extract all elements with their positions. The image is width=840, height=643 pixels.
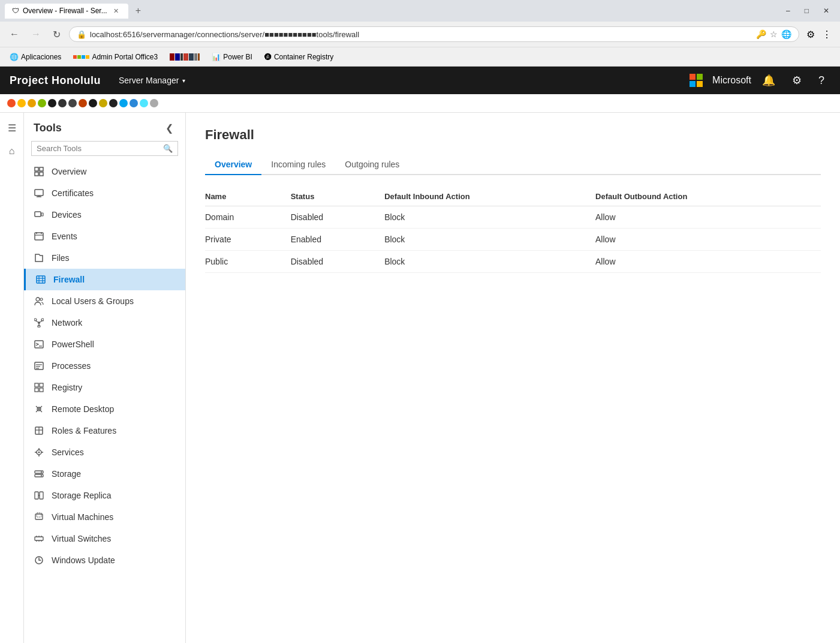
bookmark-container-registry[interactable]: 🅐 Container Registry: [261, 52, 337, 62]
svg-rect-2: [35, 172, 38, 176]
tools-header: Tools ❮: [24, 113, 185, 141]
svg-rect-53: [35, 492, 38, 499]
app-logo: Project Honolulu: [10, 74, 101, 87]
sidebar-item-firewall[interactable]: Firewall: [24, 269, 185, 290]
sidebar-item-processes[interactable]: Processes: [24, 355, 185, 377]
collapse-panel-icon[interactable]: ❮: [163, 120, 176, 136]
close-button[interactable]: ✕: [817, 4, 835, 17]
refresh-button[interactable]: ↻: [49, 26, 64, 43]
table-row[interactable]: Private Enabled Block Allow: [205, 229, 821, 251]
sidebar-item-label: Local Users & Groups: [52, 296, 134, 306]
sidebar-item-storage-replica[interactable]: Storage Replica: [24, 485, 185, 506]
cell-name: Domain: [205, 206, 291, 229]
extension-icon[interactable]: 🌐: [781, 29, 791, 39]
cell-status: Enabled: [291, 229, 384, 251]
windows-update-icon: [34, 555, 44, 566]
sidebar-item-services[interactable]: Services: [24, 441, 185, 463]
sidebar-item-roles-features[interactable]: Roles & Features: [24, 420, 185, 441]
back-button[interactable]: ←: [6, 26, 23, 42]
settings-icon[interactable]: ⚙: [786, 70, 808, 91]
sidebar-item-label: Overview: [52, 167, 86, 176]
address-bar[interactable]: 🔒 🔑 ☆ 🌐: [69, 26, 799, 42]
color-dot-13: [130, 99, 138, 107]
main-layout: ☰ ⌂ Tools ❮ 🔍 Overview: [0, 113, 840, 643]
new-tab-button[interactable]: +: [131, 3, 146, 19]
cell-status: Disabled: [291, 206, 384, 229]
tab-outgoing-rules[interactable]: Outgoing rules: [335, 155, 409, 175]
svg-point-20: [38, 322, 40, 324]
chevron-down-icon: ▾: [182, 77, 185, 84]
sidebar-item-registry[interactable]: Registry: [24, 377, 185, 398]
bookmark-icon[interactable]: ☆: [770, 29, 778, 39]
svg-rect-8: [41, 213, 43, 216]
sidebar-item-network[interactable]: Network: [24, 312, 185, 333]
tab-favicon: 🛡: [12, 7, 19, 15]
page-title: Firewall: [205, 127, 821, 143]
sidebar-item-label: Certificates: [52, 188, 94, 198]
sidebar-item-powershell[interactable]: PowerShell: [24, 333, 185, 355]
maximize-button[interactable]: □: [799, 4, 815, 17]
virtual-machines-icon: [34, 512, 44, 522]
bookmark-admin-portal[interactable]: Admin Portal Office3: [70, 52, 161, 62]
sidebar-item-certificates[interactable]: Certificates: [24, 182, 185, 204]
svg-point-18: [36, 298, 40, 301]
browser-tab[interactable]: 🛡 Overview - Firewall - Ser... ✕: [5, 4, 128, 19]
svg-point-52: [41, 475, 42, 476]
menu-icon[interactable]: ⋮: [820, 26, 834, 43]
bookmark-favicon: 🌐: [10, 53, 19, 61]
tab-incoming-rules[interactable]: Incoming rules: [261, 155, 335, 175]
hamburger-menu-icon[interactable]: ☰: [3, 118, 21, 139]
sidebar-item-remote-desktop[interactable]: Remote Desktop: [24, 398, 185, 420]
sidebar-item-label: Files: [52, 253, 70, 263]
devices-icon: [34, 209, 44, 220]
color-dot-7: [68, 99, 77, 107]
content-area: Firewall Overview Incoming rules Outgoin…: [186, 113, 840, 643]
col-header-status: Status: [291, 187, 384, 206]
color-dot-10: [99, 99, 107, 107]
sidebar-item-storage[interactable]: Storage: [24, 463, 185, 485]
tab-close-button[interactable]: ✕: [111, 6, 121, 16]
sidebar-item-devices[interactable]: Devices: [24, 204, 185, 226]
events-icon: [34, 231, 44, 242]
sidebar-item-overview[interactable]: Overview: [24, 161, 185, 182]
tab-overview[interactable]: Overview: [205, 155, 261, 175]
sidebar-item-label: Roles & Features: [52, 426, 116, 435]
sidebar-item-label: Services: [52, 447, 84, 457]
forward-button[interactable]: →: [28, 26, 44, 42]
color-stripe: [0, 94, 840, 113]
svg-rect-36: [40, 388, 43, 392]
svg-rect-57: [37, 513, 41, 517]
bookmark-aplicaciones[interactable]: 🌐 Aplicaciones: [6, 52, 65, 62]
extensions-icon[interactable]: ⚙: [804, 26, 817, 43]
sidebar-item-files[interactable]: Files: [24, 247, 185, 269]
sidebar-item-virtual-machines[interactable]: Virtual Machines: [24, 506, 185, 528]
sidebar-item-local-users-groups[interactable]: Local Users & Groups: [24, 290, 185, 312]
search-tools-input[interactable]: [37, 144, 159, 153]
table-row[interactable]: Domain Disabled Block Allow: [205, 206, 821, 229]
processes-icon: [34, 360, 44, 371]
url-input[interactable]: [90, 30, 752, 39]
firewall-table: Name Status Default Inbound Action Defau…: [205, 187, 821, 273]
cell-outbound: Allow: [595, 206, 821, 229]
tools-title: Tools: [34, 122, 62, 134]
color-dot-2: [17, 99, 26, 107]
bookmark-colorblocks[interactable]: [166, 52, 203, 62]
app-manager-dropdown[interactable]: Server Manager ▾: [113, 72, 191, 89]
home-icon[interactable]: ⌂: [4, 141, 20, 161]
sidebar-item-events[interactable]: Events: [24, 226, 185, 247]
bookmark-powerbi[interactable]: 📊 Power BI: [208, 52, 256, 62]
notifications-icon[interactable]: 🔔: [756, 70, 781, 91]
bookmark-label: Power BI: [223, 53, 252, 61]
table-row[interactable]: Public Disabled Block Allow: [205, 251, 821, 273]
container-icon: 🅐: [264, 53, 272, 61]
svg-rect-33: [35, 383, 38, 387]
sidebar-item-windows-update[interactable]: Windows Update: [24, 549, 185, 571]
svg-rect-4: [35, 190, 43, 196]
help-icon[interactable]: ?: [812, 71, 830, 91]
registry-icon: [34, 382, 44, 393]
tools-list: Overview Certificates Devices: [24, 161, 185, 643]
sidebar-item-label: Processes: [52, 361, 91, 371]
sidebar-item-virtual-switches[interactable]: Virtual Switches: [24, 528, 185, 549]
minimize-button[interactable]: –: [780, 4, 796, 17]
tools-search-box[interactable]: 🔍: [31, 141, 178, 156]
